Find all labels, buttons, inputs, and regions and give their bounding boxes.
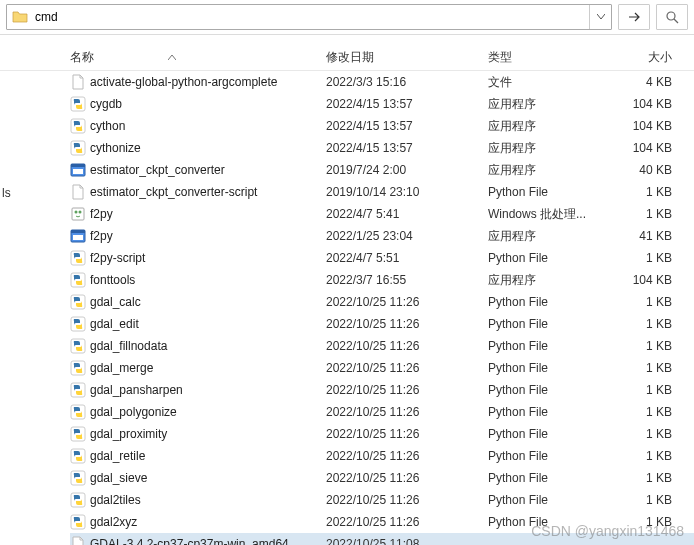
file-name-label: gdal_proximity — [90, 427, 167, 441]
file-icon — [70, 404, 86, 420]
file-row[interactable]: gdal_fillnodata2022/10/25 11:26Python Fi… — [70, 335, 694, 357]
file-size-cell: 1 KB — [600, 383, 680, 397]
folder-icon — [11, 8, 29, 26]
file-name-label: fonttools — [90, 273, 135, 287]
file-row[interactable]: gdal_retile2022/10/25 11:26Python File1 … — [70, 445, 694, 467]
file-type-cell: Python File — [488, 185, 600, 199]
file-icon — [70, 382, 86, 398]
file-date-cell: 2022/10/25 11:26 — [326, 405, 488, 419]
file-date-cell: 2019/10/14 23:10 — [326, 185, 488, 199]
header-type[interactable]: 类型 — [488, 49, 600, 66]
file-type-cell: Python File — [488, 405, 600, 419]
file-row[interactable]: cython2022/4/15 13:57应用程序104 KB — [70, 115, 694, 137]
file-row[interactable]: activate-global-python-argcomplete2022/3… — [70, 71, 694, 93]
file-icon — [70, 360, 86, 376]
address-dropdown[interactable] — [589, 5, 611, 29]
file-name-label: gdal_polygonize — [90, 405, 177, 419]
file-type-cell: Python File — [488, 515, 600, 529]
file-row[interactable]: gdal2tiles2022/10/25 11:26Python File1 K… — [70, 489, 694, 511]
file-icon — [70, 448, 86, 464]
file-name-label: gdal2tiles — [90, 493, 141, 507]
file-row[interactable]: gdal_sieve2022/10/25 11:26Python File1 K… — [70, 467, 694, 489]
file-size-cell: 1 KB — [600, 317, 680, 331]
file-name-cell: estimator_ckpt_converter-script — [70, 184, 326, 200]
file-date-cell: 2022/1/25 23:04 — [326, 229, 488, 243]
file-row[interactable]: f2py2022/4/7 5:41Windows 批处理...1 KB — [70, 203, 694, 225]
file-name-label: gdal_pansharpen — [90, 383, 183, 397]
file-size-cell: 1 KB — [600, 361, 680, 375]
file-row[interactable]: cygdb2022/4/15 13:57应用程序104 KB — [70, 93, 694, 115]
file-date-cell: 2022/3/7 16:55 — [326, 273, 488, 287]
file-size-cell: 1 KB — [600, 339, 680, 353]
search-button[interactable] — [656, 4, 688, 30]
file-row[interactable]: estimator_ckpt_converter-script2019/10/1… — [70, 181, 694, 203]
file-date-cell: 2022/4/7 5:41 — [326, 207, 488, 221]
file-row[interactable]: fonttools2022/3/7 16:55应用程序104 KB — [70, 269, 694, 291]
file-row[interactable]: gdal_edit2022/10/25 11:26Python File1 KB — [70, 313, 694, 335]
file-name-label: gdal_fillnodata — [90, 339, 167, 353]
file-icon — [70, 316, 86, 332]
file-date-cell: 2022/10/25 11:26 — [326, 471, 488, 485]
header-date[interactable]: 修改日期 — [326, 49, 488, 66]
file-name-cell: cython — [70, 118, 326, 134]
file-name-label: f2py-script — [90, 251, 145, 265]
file-date-cell: 2022/10/25 11:26 — [326, 449, 488, 463]
file-row[interactable]: gdal2xyz2022/10/25 11:26Python File1 KB — [70, 511, 694, 533]
file-size-cell: 41 KB — [600, 229, 680, 243]
file-row[interactable]: f2py-script2022/4/7 5:51Python File1 KB — [70, 247, 694, 269]
file-name-cell: f2py-script — [70, 250, 326, 266]
file-name-cell: gdal_proximity — [70, 426, 326, 442]
file-name-cell: cythonize — [70, 140, 326, 156]
svg-rect-7 — [72, 208, 84, 220]
file-name-cell: cygdb — [70, 96, 326, 112]
left-nav-item[interactable]: ls — [0, 182, 18, 204]
file-name-cell: gdal_merge — [70, 360, 326, 376]
file-row[interactable]: f2py2022/1/25 23:04应用程序41 KB — [70, 225, 694, 247]
file-icon — [70, 74, 86, 90]
file-icon — [70, 206, 86, 222]
file-name-cell: estimator_ckpt_converter — [70, 162, 326, 178]
file-row[interactable]: gdal_polygonize2022/10/25 11:26Python Fi… — [70, 401, 694, 423]
go-button[interactable] — [618, 4, 650, 30]
file-name-label: cythonize — [90, 141, 141, 155]
svg-point-0 — [667, 12, 675, 20]
file-date-cell: 2022/10/25 11:26 — [326, 493, 488, 507]
file-name-cell: gdal_fillnodata — [70, 338, 326, 354]
sort-indicator-icon — [168, 53, 176, 63]
file-row[interactable]: gdal_proximity2022/10/25 11:26Python Fil… — [70, 423, 694, 445]
address-box[interactable]: cmd — [6, 4, 612, 30]
file-name-cell: gdal2tiles — [70, 492, 326, 508]
file-type-cell: Python File — [488, 427, 600, 441]
file-row[interactable]: gdal_calc2022/10/25 11:26Python File1 KB — [70, 291, 694, 313]
file-icon — [70, 96, 86, 112]
file-date-cell: 2022/4/15 13:57 — [326, 141, 488, 155]
header-size[interactable]: 大小 — [600, 49, 680, 66]
file-type-cell: Python File — [488, 317, 600, 331]
file-date-cell: 2022/10/25 11:26 — [326, 317, 488, 331]
file-name-cell: gdal_retile — [70, 448, 326, 464]
file-size-cell: 1 KB — [600, 471, 680, 485]
file-name-label: estimator_ckpt_converter — [90, 163, 225, 177]
file-icon — [70, 470, 86, 486]
file-size-cell: 104 KB — [600, 97, 680, 111]
file-size-cell: 1 KB — [600, 405, 680, 419]
file-icon — [70, 272, 86, 288]
file-size-cell: 1 KB — [600, 515, 680, 529]
file-row[interactable]: GDAL-3.4.2-cp37-cp37m-win_amd64....2022/… — [70, 533, 694, 545]
file-name-cell: fonttools — [70, 272, 326, 288]
file-row[interactable]: estimator_ckpt_converter2019/7/24 2:00应用… — [70, 159, 694, 181]
file-name-label: gdal_merge — [90, 361, 153, 375]
file-name-cell: gdal_pansharpen — [70, 382, 326, 398]
file-size-cell: 1 KB — [600, 493, 680, 507]
file-icon — [70, 228, 86, 244]
file-row[interactable]: cythonize2022/4/15 13:57应用程序104 KB — [70, 137, 694, 159]
header-name[interactable]: 名称 — [70, 49, 326, 66]
file-type-cell: Python File — [488, 471, 600, 485]
file-row[interactable]: gdal_merge2022/10/25 11:26Python File1 K… — [70, 357, 694, 379]
file-type-cell: Python File — [488, 383, 600, 397]
file-row[interactable]: gdal_pansharpen2022/10/25 11:26Python Fi… — [70, 379, 694, 401]
svg-rect-6 — [73, 169, 83, 174]
svg-rect-5 — [71, 164, 85, 167]
address-path: cmd — [33, 10, 589, 24]
svg-point-9 — [79, 211, 82, 214]
